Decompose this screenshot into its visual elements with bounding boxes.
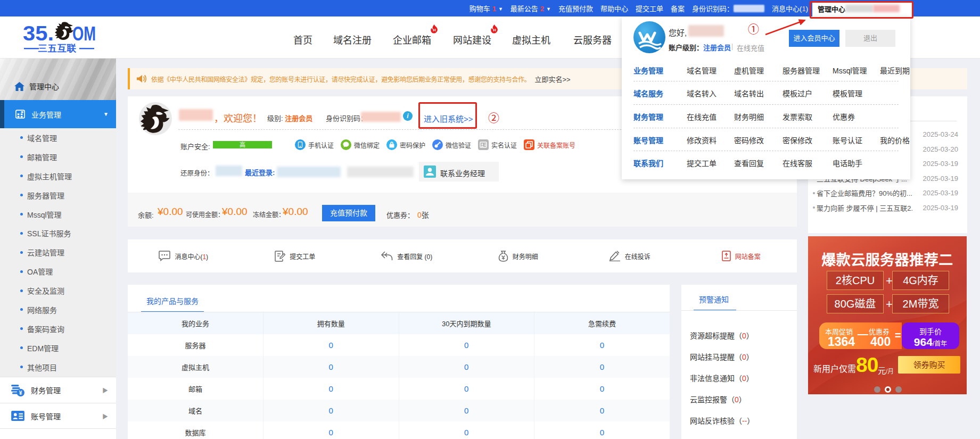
svg-text:H: H <box>493 28 496 32</box>
svg-text:H: H <box>433 28 435 32</box>
svg-text:¥: ¥ <box>19 389 22 395</box>
